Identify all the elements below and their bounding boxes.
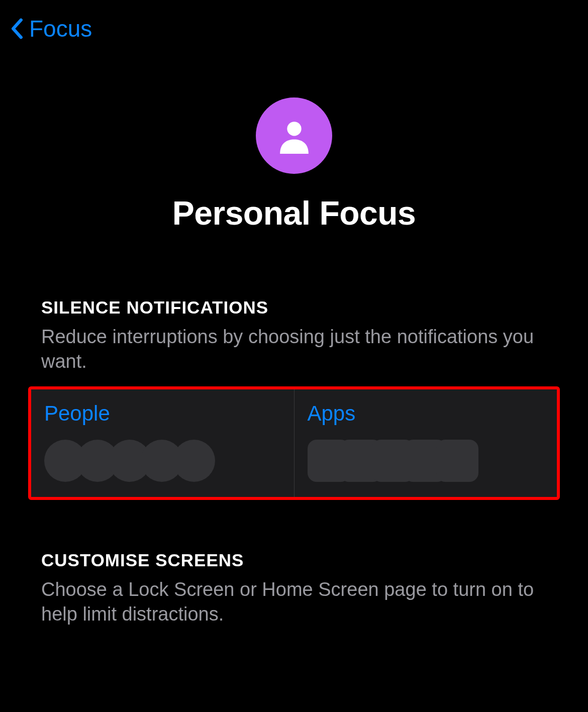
- people-placeholders: [44, 440, 281, 482]
- apps-card-title: Apps: [308, 401, 544, 426]
- person-icon: [256, 97, 332, 174]
- section-heading: CUSTOMISE SCREENS: [41, 550, 547, 570]
- customise-screens-section: CUSTOMISE SCREENS Choose a Lock Screen o…: [0, 550, 588, 627]
- nav-bar: Focus: [0, 0, 588, 52]
- section-description: Choose a Lock Screen or Home Screen page…: [41, 577, 547, 627]
- page-title: Personal Focus: [172, 194, 416, 232]
- people-card[interactable]: People: [31, 389, 295, 497]
- silence-notifications-section: SILENCE NOTIFICATIONS Reduce interruptio…: [0, 297, 588, 374]
- svg-point-0: [287, 122, 301, 136]
- app-placeholder: [436, 440, 478, 482]
- apps-card[interactable]: Apps: [295, 389, 557, 497]
- avatar-placeholder: [173, 440, 215, 482]
- notification-cards-highlight: People Apps: [28, 386, 560, 500]
- section-heading: SILENCE NOTIFICATIONS: [41, 297, 547, 318]
- back-button-label[interactable]: Focus: [29, 15, 92, 42]
- back-chevron-icon[interactable]: [10, 18, 24, 40]
- section-description: Reduce interruptions by choosing just th…: [41, 325, 547, 374]
- people-card-title: People: [44, 401, 281, 426]
- apps-placeholders: [308, 440, 544, 482]
- focus-header: Personal Focus: [0, 97, 588, 232]
